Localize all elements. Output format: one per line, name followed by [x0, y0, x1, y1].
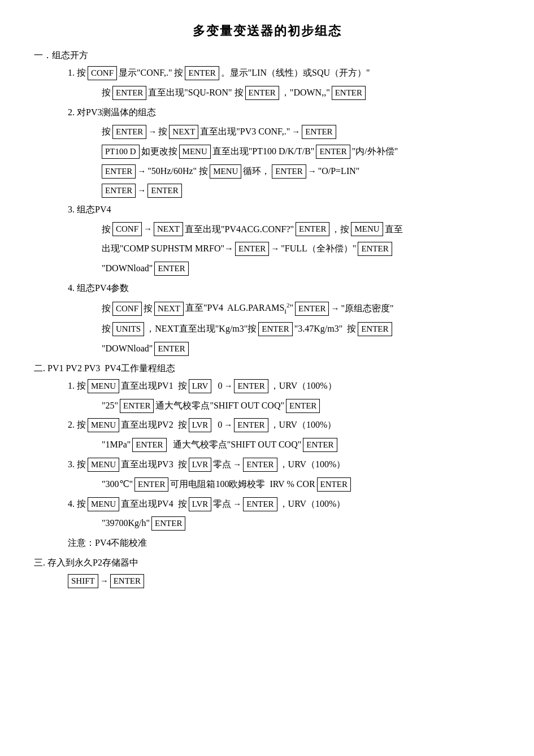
pv1-label: 1. 按 — [68, 378, 86, 394]
enter-key-1[interactable]: ENTER — [185, 66, 219, 80]
lvr-key-3[interactable]: LVR — [189, 497, 212, 511]
pv1-text5: 通大气校零点"SHIFT OUT COQ" — [155, 398, 284, 414]
arrow-3: → — [137, 164, 146, 179]
pv2-text5: 通大气校零点"SHIFT OUT COQ" — [168, 437, 302, 453]
arrow-1: → — [148, 124, 157, 140]
enter-key-9[interactable]: ENTER — [272, 164, 306, 179]
pv4-text1: 直至出现PV4 按 — [121, 496, 186, 512]
pv4-note: 注意：PV4不能校准 — [68, 535, 147, 551]
pv4-label: 4. 按 — [68, 496, 86, 512]
step-2-text9: "O/P=LIN" — [318, 163, 360, 180]
step-3-text1: 按 — [102, 221, 111, 238]
pv3-label: 3. 按 — [68, 457, 86, 473]
enter-key-12[interactable]: ENTER — [296, 222, 329, 236]
enter-key-17[interactable]: ENTER — [258, 322, 292, 336]
lvr-key-1[interactable]: LVR — [189, 418, 212, 432]
section-1-header: 一．组态开方 — [34, 50, 500, 62]
enter-key-24[interactable]: ENTER — [132, 438, 166, 452]
step-1-text5: ，"DOWN,," — [281, 85, 330, 101]
step-2-text5: 直至出现"PT100 D/K/T/B" — [212, 144, 315, 160]
arrow-7: → — [271, 241, 279, 257]
step-4-text4: "原组态密度" — [341, 301, 393, 317]
step-2-text1: 按 — [102, 124, 111, 140]
conf-key-2[interactable]: CONF — [112, 222, 142, 236]
step-4-label: 4. 组态PV4参数 — [68, 280, 129, 297]
arrow-13: → — [100, 573, 108, 589]
menu-key-4[interactable]: MENU — [88, 379, 119, 393]
enter-key-26[interactable]: ENTER — [243, 458, 277, 472]
step-3-text7: "DOWNload" — [102, 260, 153, 277]
enter-key-10[interactable]: ENTER — [102, 184, 136, 198]
arrow-4: → — [308, 164, 316, 179]
step-1-text1: 显示"CONF,." 按 — [119, 65, 183, 81]
pv4-text3: ，URV（100%） — [279, 496, 346, 512]
next-key-3[interactable]: NEXT — [154, 302, 184, 316]
enter-key-2[interactable]: ENTER — [112, 86, 146, 100]
step-1-label: 1. 按 — [68, 65, 86, 81]
step-1-text3: 按 — [102, 85, 111, 101]
menu-key-3[interactable]: MENU — [351, 222, 383, 236]
pv3-text1: 直至出现PV3 按 — [121, 457, 186, 473]
step-2-text6: "内/外补偿" — [352, 144, 398, 160]
arrow-9: → — [224, 379, 232, 394]
arrow-11: → — [233, 457, 241, 472]
enter-key-28[interactable]: ENTER — [317, 477, 351, 492]
step-4-text3: 直至"PV4 ALG.PARAMSi2" — [185, 300, 293, 318]
enter-key-25[interactable]: ENTER — [303, 438, 337, 452]
enter-key-7[interactable]: ENTER — [316, 145, 350, 159]
step-3-text4: 直至 — [385, 221, 403, 238]
enter-key-4[interactable]: ENTER — [332, 86, 366, 100]
lrv-key-1[interactable]: LRV — [189, 379, 212, 393]
subsection-3: SHIFT → ENTER — [68, 573, 500, 589]
pv2-text4: "1MPa" — [102, 437, 131, 453]
enter-key-29[interactable]: ENTER — [243, 497, 277, 511]
subsection-1: 1. 按 CONF 显示"CONF,." 按 ENTER 。显示"LIN（线性）… — [68, 65, 500, 357]
enter-key-15[interactable]: ENTER — [154, 262, 188, 276]
enter-key-8[interactable]: ENTER — [102, 164, 136, 179]
step-3-text3: ，按 — [331, 221, 349, 238]
menu-key-2[interactable]: MENU — [210, 164, 241, 179]
step-2-text2: 按 — [158, 124, 167, 140]
shift-key[interactable]: SHIFT — [68, 574, 98, 588]
units-key[interactable]: UNITS — [112, 322, 144, 336]
enter-key-30[interactable]: ENTER — [151, 516, 185, 531]
enter-key-21[interactable]: ENTER — [120, 399, 154, 413]
enter-key-5[interactable]: ENTER — [112, 125, 146, 139]
step-4-text2: 按 — [144, 301, 153, 317]
enter-key-11[interactable]: ENTER — [147, 184, 181, 198]
section-3-header: 三. 存入到永久P2存储器中 — [34, 557, 500, 569]
enter-key-20[interactable]: ENTER — [234, 379, 268, 393]
conf-key-1[interactable]: CONF — [88, 66, 117, 80]
enter-key-18[interactable]: ENTER — [358, 322, 392, 336]
menu-key-1[interactable]: MENU — [179, 145, 211, 159]
enter-key-23[interactable]: ENTER — [234, 418, 268, 432]
lvr-key-2[interactable]: LVR — [189, 458, 212, 472]
pv2-text1: 直至出现PV2 按 — [121, 417, 186, 433]
pt100d-key[interactable]: PT100 D — [102, 145, 140, 159]
pv3-text4: "300℃" — [102, 476, 133, 493]
next-key-2[interactable]: NEXT — [154, 222, 183, 236]
menu-key-7[interactable]: MENU — [88, 497, 119, 511]
enter-key-14[interactable]: ENTER — [358, 242, 392, 256]
pv1-text1: 直至出现PV1 按 — [121, 378, 186, 394]
step-4-text6: ，NEXT直至出现"Kg/m3"按 — [146, 321, 257, 337]
enter-key-27[interactable]: ENTER — [134, 477, 168, 492]
enter-key-19[interactable]: ENTER — [154, 342, 188, 356]
step-4-text1: 按 — [102, 301, 111, 317]
enter-key-22[interactable]: ENTER — [286, 399, 320, 413]
enter-key-13[interactable]: ENTER — [235, 242, 269, 256]
menu-key-6[interactable]: MENU — [88, 458, 119, 472]
pv3-text3: ，URV（100%） — [279, 457, 346, 473]
enter-key-16[interactable]: ENTER — [295, 302, 329, 316]
conf-key-3[interactable]: CONF — [112, 302, 142, 316]
next-key-1[interactable]: NEXT — [169, 125, 198, 139]
enter-key-6[interactable]: ENTER — [302, 125, 336, 139]
menu-key-5[interactable]: MENU — [88, 418, 119, 432]
page-title: 多变量变送器的初步组态 — [34, 23, 500, 40]
pv1-text2: 0 — [213, 378, 222, 394]
step-4-text7: "3.47Kg/m3" 按 — [294, 321, 357, 337]
enter-key-3[interactable]: ENTER — [245, 86, 279, 100]
pv4-text2: 零点 — [213, 496, 231, 512]
enter-key-31[interactable]: ENTER — [110, 574, 144, 588]
arrow-6: → — [144, 221, 152, 237]
